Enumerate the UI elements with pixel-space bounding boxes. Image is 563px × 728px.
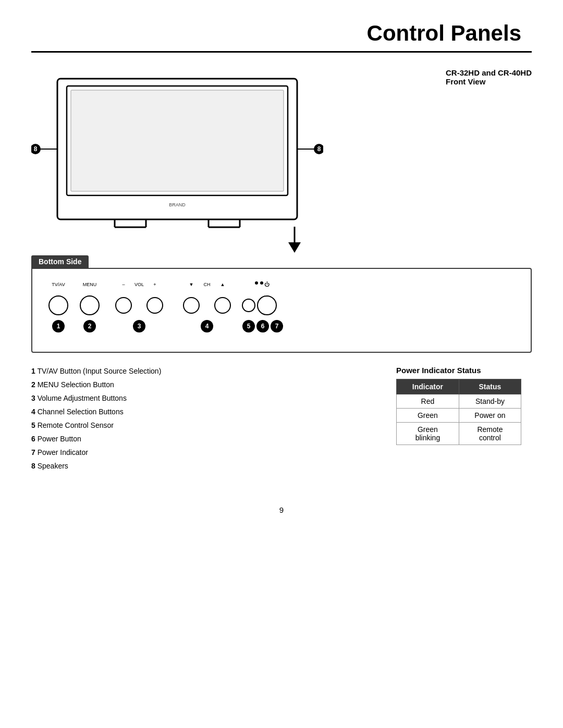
svg-text:+: + [153, 282, 156, 287]
power-status-section: Power Indicator Status Indicator Status … [396, 366, 532, 474]
legend-item-6: 6 Power Button [31, 434, 370, 445]
indicator-red: Red [397, 394, 459, 409]
legend-item-2: 2 MENU Selection Button [31, 379, 370, 390]
status-standby: Stand-by [459, 394, 521, 409]
svg-point-33 [183, 298, 199, 313]
svg-text:2: 2 [88, 323, 92, 330]
svg-text:8: 8 [34, 145, 38, 153]
svg-text:TV/AV: TV/AV [52, 282, 65, 287]
tv-diagram: BRAND 8 8 [31, 73, 323, 230]
table-header-status: Status [459, 379, 521, 394]
svg-point-34 [215, 298, 230, 313]
model-line1: CR-32HD and CR-40HD [446, 68, 532, 77]
svg-text:5: 5 [247, 323, 251, 330]
bottom-side-label: Bottom Side [31, 255, 89, 268]
svg-text:–: – [122, 282, 125, 287]
svg-text:CH: CH [204, 282, 211, 287]
svg-text:4: 4 [205, 323, 209, 330]
legend-item-3: 3 Volume Adjustment Buttons [31, 393, 370, 404]
svg-point-27 [260, 281, 263, 285]
legend-item-8: 8 Speakers [31, 461, 370, 472]
svg-point-31 [116, 298, 131, 313]
status-remote: Remote control [459, 423, 521, 445]
svg-text:▼: ▼ [189, 282, 194, 287]
svg-point-36 [258, 296, 276, 315]
legend-item-1: 1 TV/AV Button (Input Source Selection) [31, 366, 370, 377]
svg-text:MENU: MENU [83, 282, 97, 287]
svg-rect-2 [71, 90, 284, 191]
svg-text:VOL: VOL [134, 282, 144, 287]
svg-text:⏻: ⏻ [264, 281, 270, 287]
svg-text:6: 6 [261, 323, 265, 330]
table-header-indicator: Indicator [397, 379, 459, 394]
bottom-side-panel: TV/AV MENU – VOL + ▼ CH ▲ [31, 268, 532, 353]
svg-text:7: 7 [275, 323, 279, 330]
status-table: Indicator Status Red Stand-by Green Powe… [396, 379, 521, 445]
svg-point-32 [147, 298, 163, 313]
table-row: Green Power on [397, 409, 521, 423]
arrow-down [284, 227, 305, 253]
svg-point-30 [80, 296, 99, 315]
svg-text:8: 8 [317, 145, 321, 153]
legend-item-4: 4 Channel Selection Buttons [31, 406, 370, 417]
legend-list: 1 TV/AV Button (Input Source Selection) … [31, 366, 370, 474]
page-number: 9 [31, 505, 532, 514]
power-status-title: Power Indicator Status [396, 366, 532, 375]
control-panel-svg: TV/AV MENU – VOL + ▼ CH ▲ [38, 277, 319, 339]
svg-text:BRAND: BRAND [169, 202, 186, 207]
svg-text:1: 1 [57, 323, 60, 330]
svg-point-35 [242, 299, 255, 312]
svg-point-26 [255, 281, 258, 285]
svg-text:3: 3 [138, 323, 141, 330]
status-power-on: Power on [459, 409, 521, 423]
page-title: Control Panels [31, 21, 532, 46]
svg-text:▲: ▲ [221, 282, 225, 287]
title-divider [31, 51, 532, 53]
indicator-green-blinking: Green blinking [397, 423, 459, 445]
indicator-green: Green [397, 409, 459, 423]
svg-marker-17 [288, 242, 301, 253]
model-line2: Front View [446, 77, 532, 86]
legend-item-5: 5 Remote Control Sensor [31, 420, 370, 431]
table-row: Green blinking Remote control [397, 423, 521, 445]
svg-point-29 [49, 296, 68, 315]
table-row: Red Stand-by [397, 394, 521, 409]
legend-item-7: 7 Power Indicator [31, 447, 370, 458]
